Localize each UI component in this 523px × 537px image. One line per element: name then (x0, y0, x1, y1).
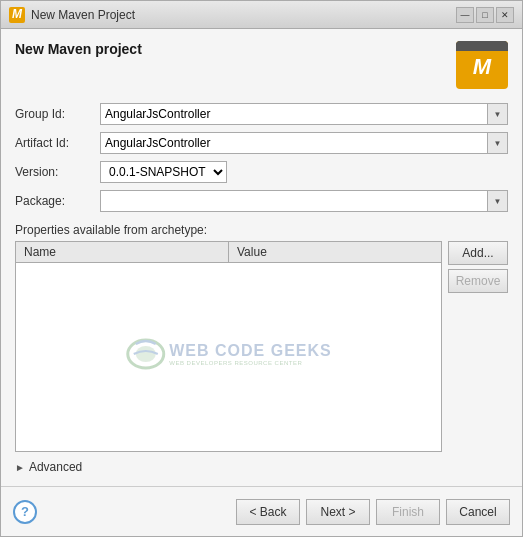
minimize-button[interactable]: — (456, 7, 474, 23)
back-button[interactable]: < Back (236, 499, 300, 525)
package-dropdown[interactable]: ▼ (488, 190, 508, 212)
maven-icon-letter: M (473, 54, 491, 80)
title-bar-left: M New Maven Project (9, 7, 135, 23)
wcg-logo: WEB CODE GEEKS WEB DEVELOPERS RESOURCE C… (125, 336, 331, 371)
remove-button[interactable]: Remove (448, 269, 508, 293)
window-icon: M (9, 7, 25, 23)
maximize-button[interactable]: □ (476, 7, 494, 23)
svg-text:M: M (12, 8, 23, 21)
watermark: WEB CODE GEEKS WEB DEVELOPERS RESOURCE C… (125, 336, 331, 371)
table-buttons: Add... Remove (448, 241, 508, 452)
package-label: Package: (15, 194, 100, 208)
finish-button[interactable]: Finish (376, 499, 440, 525)
group-id-label: Group Id: (15, 107, 100, 121)
wcg-text-group: WEB CODE GEEKS WEB DEVELOPERS RESOURCE C… (169, 342, 331, 366)
artifact-id-label: Artifact Id: (15, 136, 100, 150)
wcg-top-row: WEB CODE GEEKS WEB DEVELOPERS RESOURCE C… (125, 336, 331, 371)
artifact-id-input-wrap: ▼ (100, 132, 508, 154)
version-label: Version: (15, 165, 100, 179)
page-header: New Maven project M (15, 41, 508, 89)
footer-right: < Back Next > Finish Cancel (236, 499, 510, 525)
table-header-value: Value (229, 242, 441, 262)
svg-point-3 (135, 346, 155, 362)
title-bar: M New Maven Project — □ ✕ (1, 1, 522, 29)
properties-section: Properties available from archetype: Nam… (15, 223, 508, 452)
footer: ? < Back Next > Finish Cancel (1, 486, 522, 536)
advanced-label: Advanced (29, 460, 82, 474)
version-row: Version: 0.0.1-SNAPSHOT (15, 161, 508, 183)
advanced-arrow-icon: ► (15, 462, 25, 473)
footer-left: ? (13, 500, 37, 524)
version-select[interactable]: 0.0.1-SNAPSHOT (100, 161, 227, 183)
advanced-section[interactable]: ► Advanced (15, 460, 508, 474)
maven-icon: M (456, 41, 508, 89)
help-button[interactable]: ? (13, 500, 37, 524)
artifact-id-row: Artifact Id: ▼ (15, 132, 508, 154)
artifact-id-input[interactable] (100, 132, 488, 154)
properties-table-wrap: Name Value (15, 241, 508, 452)
main-window: M New Maven Project — □ ✕ New Maven proj… (0, 0, 523, 537)
cancel-button[interactable]: Cancel (446, 499, 510, 525)
properties-label: Properties available from archetype: (15, 223, 508, 237)
table-header-name: Name (16, 242, 229, 262)
properties-table: Name Value (15, 241, 442, 452)
wcg-sub-text: WEB DEVELOPERS RESOURCE CENTER (169, 360, 302, 366)
package-row: Package: ▼ (15, 190, 508, 212)
page-title: New Maven project (15, 41, 142, 57)
artifact-id-dropdown[interactable]: ▼ (488, 132, 508, 154)
group-id-dropdown[interactable]: ▼ (488, 103, 508, 125)
table-header: Name Value (16, 242, 441, 263)
package-input-wrap: ▼ (100, 190, 508, 212)
group-id-row: Group Id: ▼ (15, 103, 508, 125)
wcg-main-text: WEB CODE GEEKS (169, 342, 331, 360)
window-title: New Maven Project (31, 8, 135, 22)
content-area: New Maven project M Group Id: ▼ Artifact… (1, 29, 522, 486)
table-body: WEB CODE GEEKS WEB DEVELOPERS RESOURCE C… (16, 263, 441, 451)
window-controls: — □ ✕ (456, 7, 514, 23)
version-select-wrap: 0.0.1-SNAPSHOT (100, 161, 227, 183)
next-button[interactable]: Next > (306, 499, 370, 525)
group-id-input[interactable] (100, 103, 488, 125)
package-input[interactable] (100, 190, 488, 212)
group-id-input-wrap: ▼ (100, 103, 508, 125)
close-button[interactable]: ✕ (496, 7, 514, 23)
add-button[interactable]: Add... (448, 241, 508, 265)
